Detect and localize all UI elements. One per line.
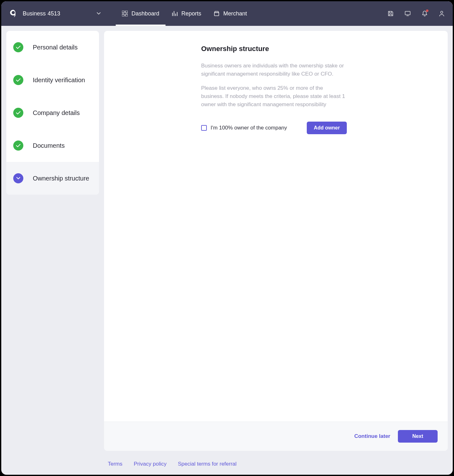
business-id: 4513 xyxy=(48,10,60,17)
business-label: Business xyxy=(23,10,46,17)
nav-reports[interactable]: Reports xyxy=(166,1,207,26)
owner-row: I'm 100% owner of the company Add owner xyxy=(201,122,347,134)
main-panel: Ownership structure Business owners are … xyxy=(104,31,448,451)
svg-rect-0 xyxy=(122,11,124,13)
svg-rect-4 xyxy=(214,13,219,16)
profile-icon[interactable] xyxy=(438,10,445,17)
add-owner-button[interactable]: Add owner xyxy=(307,122,347,134)
notification-badge xyxy=(426,9,428,12)
next-button[interactable]: Next xyxy=(398,430,438,443)
page-footer: Terms Privacy policy Special terms for r… xyxy=(1,456,453,475)
chevron-down-icon xyxy=(97,12,101,15)
reports-icon xyxy=(172,11,178,16)
notifications-icon[interactable] xyxy=(421,10,428,17)
svg-rect-1 xyxy=(125,11,128,13)
chevron-down-icon xyxy=(13,173,23,183)
svg-rect-3 xyxy=(125,14,128,16)
svg-rect-5 xyxy=(405,11,410,15)
merchant-icon xyxy=(214,11,219,16)
body: Personal details Identity verification C… xyxy=(1,26,453,456)
logo-icon xyxy=(10,10,16,17)
footer-link-referral[interactable]: Special terms for referral xyxy=(178,461,236,467)
step-documents[interactable]: Documents xyxy=(6,129,99,162)
sole-owner-checkbox[interactable]: I'm 100% owner of the company xyxy=(201,125,287,131)
nav-merchant[interactable]: Merchant xyxy=(207,1,253,26)
business-selector[interactable]: Business 4513 xyxy=(23,10,101,17)
nav-dashboard[interactable]: Dashboard xyxy=(116,1,166,26)
app-window: Business 4513 Dashboard Reports xyxy=(1,1,453,475)
content: Ownership structure Business owners are … xyxy=(104,31,448,422)
check-icon xyxy=(13,75,23,85)
description-1: Business owners are individuals with the… xyxy=(201,62,347,78)
page-title: Ownership structure xyxy=(201,45,347,53)
step-company-details[interactable]: Company details xyxy=(6,96,99,129)
dashboard-icon xyxy=(122,11,128,16)
step-ownership-structure[interactable]: Ownership structure xyxy=(6,162,99,195)
check-icon xyxy=(13,42,23,52)
checkbox-icon xyxy=(201,125,207,131)
nav-reports-label: Reports xyxy=(181,10,201,17)
nav-dashboard-label: Dashboard xyxy=(131,10,159,17)
display-icon[interactable] xyxy=(404,10,411,17)
footer-link-terms[interactable]: Terms xyxy=(108,461,122,467)
footer-link-privacy[interactable]: Privacy policy xyxy=(134,461,166,467)
step-personal-details[interactable]: Personal details xyxy=(6,31,99,64)
step-label: Personal details xyxy=(33,43,78,52)
continue-later-button[interactable]: Continue later xyxy=(354,433,390,439)
check-icon xyxy=(13,108,23,118)
step-label: Identity verification xyxy=(33,76,85,84)
step-label: Company details xyxy=(33,109,80,117)
svg-point-6 xyxy=(441,11,443,14)
svg-rect-2 xyxy=(122,14,124,16)
step-label: Documents xyxy=(33,141,65,150)
nav-merchant-label: Merchant xyxy=(223,10,247,17)
check-icon xyxy=(13,141,23,151)
steps-sidebar: Personal details Identity verification C… xyxy=(6,31,99,195)
action-footer: Continue later Next xyxy=(104,422,448,451)
header: Business 4513 Dashboard Reports xyxy=(1,1,453,26)
description-2: Please list everyone, who owns 25% or mo… xyxy=(201,84,347,109)
header-actions xyxy=(387,10,445,17)
save-icon[interactable] xyxy=(387,10,394,17)
step-label: Ownership structure xyxy=(33,174,89,183)
top-nav: Dashboard Reports Merchant xyxy=(116,1,253,26)
checkbox-label: I'm 100% owner of the company xyxy=(211,125,287,131)
step-identity-verification[interactable]: Identity verification xyxy=(6,64,99,96)
